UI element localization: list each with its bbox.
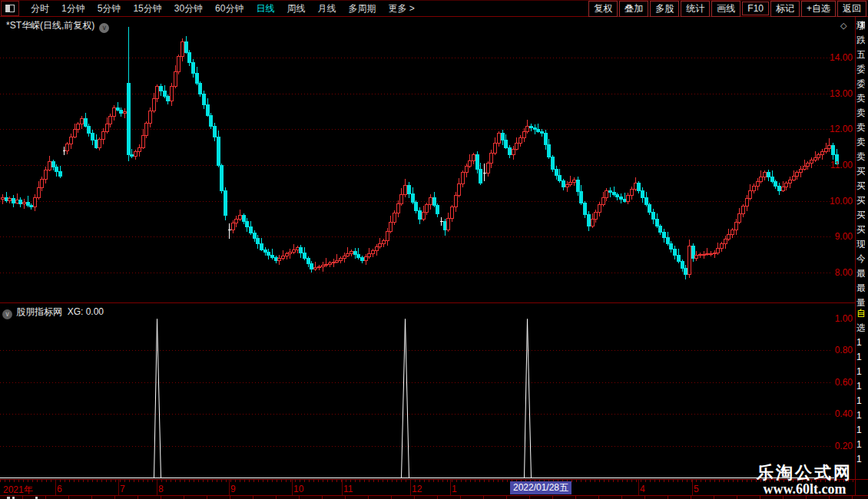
price-axis-label: 14.00 [816,53,853,62]
month-separator [638,480,639,495]
clipped-panel-digit: 1 [856,439,865,450]
clipped-panel-digit: 1 [856,410,865,421]
clipped-panel-digit: 1 [856,352,865,362]
trading-terminal: 分时1分钟5分钟15分钟30分钟60分钟日线周线月线多周期更多 > 复权叠加多股… [0,0,868,499]
date-axis-label: 9 [230,484,236,494]
clipped-panel-digit: 1 [856,454,865,464]
date-axis-label: 5 [694,484,699,494]
clipped-panel-digit: 1 [856,337,865,348]
chevron-down-icon[interactable]: ∨ [2,309,12,319]
clipped-panel-digit: 1 [856,366,865,377]
clipped-panel-text: 卖 [856,122,865,133]
clipped-panel-text: 涨 [856,20,865,31]
date-ticks [0,480,855,482]
watermark-url: www.60lt.com [757,482,853,497]
right-panel-border [855,17,856,496]
clipped-panel-text: 最 [856,283,865,293]
clipped-panel-text: 五 [856,49,865,60]
month-separator [692,480,693,495]
indicator-name: 股朋指标网 [16,306,62,317]
symbol-title: *ST华嵘(日线,前复权) [6,20,94,31]
indicator-axis-label: 0.60 [816,378,853,387]
date-axis-label: 6 [57,484,62,494]
date-axis-label: 10 [293,484,303,494]
date-axis-label: 12 [412,484,422,494]
indicator-axis-label: 0.40 [816,409,853,418]
clipped-panel-text: 买 [856,166,865,177]
clipped-panel-text: 量 [856,297,865,308]
indicator-axis-label: 1.00 [816,314,853,323]
date-axis-label: 4 [640,484,645,494]
pane-divider [0,302,855,303]
clipped-quote-panel[interactable]: 涨跌五委委卖卖卖卖卖买买买买买现今最最量自选111111111 [856,17,867,478]
watermark: 乐淘公式网 www.60lt.com [757,464,853,497]
clipped-panel-text: 卖 [856,151,865,162]
clipped-panel-text: 卖 [856,137,865,147]
clipped-panel-text: 买 [856,210,865,220]
month-separator [450,480,451,495]
date-axis-label: 7 [120,484,125,494]
candlestick-chart[interactable] [0,0,868,499]
month-separator [410,480,411,495]
clipped-panel-text: 买 [856,195,865,206]
price-axis-label: 11.00 [816,160,853,170]
bottom-tab-strip[interactable] [0,496,868,499]
clipped-panel-digit: 1 [856,425,865,435]
candles [2,27,839,279]
indicator-header: ∨股朋指标网 XG: 0.00 [2,306,104,319]
month-separator [157,480,157,495]
price-axis-label: 13.00 [816,89,853,98]
selected-date-badge: 2022/01/28五 [510,481,571,494]
price-axis-label: 12.00 [816,124,853,134]
clipped-panel-text-highlight: 自 [856,308,865,319]
date-axis-label: 2021年 [3,484,33,497]
month-separator [292,480,293,495]
month-separator [55,480,56,495]
indicator-axis-label: 0.20 [816,441,853,451]
clipped-panel-digit: 1 [856,381,865,392]
clipped-panel-text: 跌 [856,35,865,45]
chart-title: *ST华嵘(日线,前复权)∨ [6,19,109,33]
clipped-panel-text: 买 [856,180,865,191]
clipped-panel-text: 委 [856,78,865,89]
clipped-panel-text: 最 [856,268,865,279]
chevron-down-icon[interactable]: ∨ [99,23,109,33]
clipped-panel-text: 卖 [856,93,865,104]
indicator-value: XG: 0.00 [68,306,104,317]
clipped-panel-text: 今 [856,253,865,264]
indicator-line [0,319,834,478]
price-axis-label: 10.00 [816,197,853,206]
diamond-icon[interactable]: ◇ [840,21,846,31]
month-separator [118,480,119,495]
month-separator [229,480,230,495]
clipped-panel-text: 卖 [856,107,865,118]
clipped-panel-text: 选 [856,322,865,333]
date-axis-label: 8 [158,484,164,494]
indicator-baseline [0,478,834,478]
clipped-panel-text: 委 [856,64,865,74]
month-separator [342,480,343,495]
indicator-axis-label: 0.80 [816,345,853,355]
price-axis-label: 8.00 [816,268,853,277]
watermark-site-name: 乐淘公式网 [757,464,853,482]
price-axis-label: 9.00 [816,232,853,241]
date-axis-label: 1 [452,484,457,494]
clipped-panel-text: 买 [856,224,865,235]
clipped-panel-digit: 1 [856,395,865,406]
date-axis-label: 11 [343,484,353,494]
clipped-panel-text: 现 [856,239,865,250]
date-axis: 2021年6789101112145 2022/01/28五 [0,479,868,496]
